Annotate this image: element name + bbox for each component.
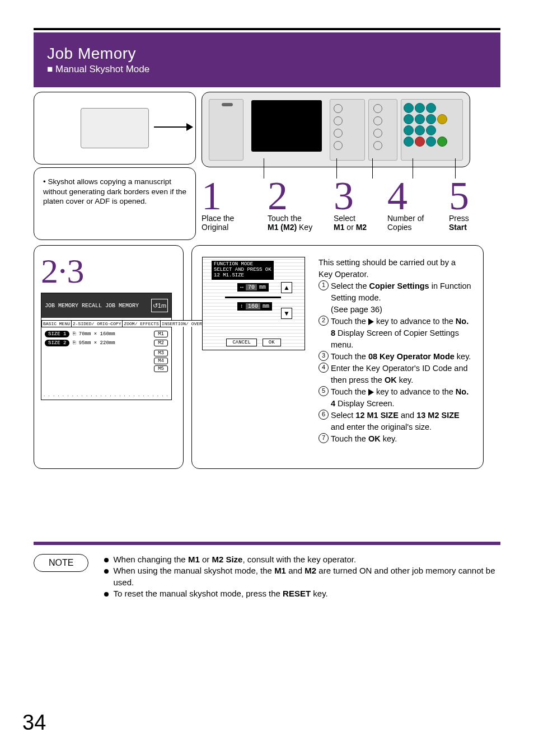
tab-2sided[interactable]: 2-SIDED/ ORIG→COPY	[71, 320, 123, 327]
size-row-1: SIZE 1 ⎘ 70mm × 160mm M1	[45, 331, 168, 337]
step-captions: Place the Original Touch the M1 (M2) Key…	[202, 214, 515, 232]
screen-header-text: JOB MEMORY RECALL JOB MEMORY	[45, 303, 139, 309]
cancel-button[interactable]: CANCEL	[226, 339, 256, 346]
size2-text: ⎘ 95mm × 220mm	[73, 340, 115, 346]
caption-2: Touch the M1 (M2) Key	[268, 214, 334, 232]
lcd-icon	[251, 100, 322, 152]
note-list: When changing the M1 or M2 Size, consult…	[104, 554, 500, 599]
page-number: 34	[22, 711, 46, 735]
setup-step-1: Select the Copier Settings in Function S…	[331, 280, 472, 316]
bullet-icon	[104, 558, 109, 562]
step-num-4: 4	[387, 176, 449, 216]
step-numbers: 1 2 3 4 5	[202, 176, 515, 216]
m1-button[interactable]: M1	[154, 331, 168, 337]
title-band: Job Memory ■ Manual Skyshot Mode	[34, 32, 500, 87]
note-item-1: When changing the M1 or M2 Size, consult…	[113, 554, 356, 565]
caption-3: Select M1 or M2	[334, 214, 387, 232]
size1-text: ⎘ 70mm × 160mm	[73, 331, 115, 337]
divider-line	[225, 297, 281, 298]
tab-zoom[interactable]: ZOOM/ EFFECTS	[122, 320, 160, 327]
note-row: NOTE When changing the M1 or M2 Size, co…	[34, 554, 500, 599]
panel-2-3: 2·3 JOB MEMORY RECALL JOB MEMORY ↺1m BAS…	[34, 245, 184, 469]
m2-button[interactable]: M2	[154, 340, 168, 346]
m4-button[interactable]: M4	[154, 358, 168, 364]
top-rule	[34, 28, 500, 30]
tab-row: BASIC MENU 2-SIDED/ ORIG→COPY ZOOM/ EFFE…	[41, 318, 171, 327]
lower-row: 2·3 JOB MEMORY RECALL JOB MEMORY ↺1m BAS…	[34, 245, 500, 469]
step-num-1: 1	[202, 176, 268, 216]
height-field: ↕ 160 mm	[237, 302, 272, 311]
title: Job Memory	[47, 45, 489, 63]
setup-step-6: Select 12 M1 SIZE and 13 M2 SIZE and ent…	[331, 410, 472, 433]
m5-button[interactable]: M5	[154, 365, 168, 372]
caption-1: Place the Original	[202, 214, 268, 232]
setup-step-3: Touch the 08 Key Operator Mode key.	[331, 351, 471, 363]
job-memory-screen: JOB MEMORY RECALL JOB MEMORY ↺1m BASIC M…	[41, 293, 172, 400]
size1-pill: SIZE 1	[45, 331, 69, 337]
tab-basic[interactable]: BASIC MENU	[41, 320, 72, 327]
function-mode-screen: FUNCTION MODE SELECT AND PRESS OK 12 M1.…	[202, 257, 305, 350]
ok-button[interactable]: OK	[263, 339, 281, 346]
width-field: ↔ 70 mm	[237, 283, 269, 292]
panel-2-3-number: 2·3	[41, 253, 176, 288]
step-num-5: 5	[449, 176, 469, 216]
subtitle: ■ Manual Skyshot Mode	[47, 64, 489, 75]
step-num-3: 3	[334, 176, 387, 216]
step-num-2: 2	[268, 176, 334, 216]
figure-area: • Skyshot allows copying a manuscript wi…	[34, 92, 500, 248]
width-up-button[interactable]: ▲	[281, 282, 292, 293]
function-mode-header: FUNCTION MODE SELECT AND PRESS OK 12 M1.…	[212, 261, 274, 280]
setup-step-5: Touch the key to advance to the No. 4 Di…	[331, 386, 472, 410]
size-row-2: SIZE 2 ⎘ 95mm × 220mm M2	[45, 340, 168, 346]
note-separator	[34, 542, 500, 545]
setup-step-4: Enter the Key Operator's ID Code and the…	[331, 363, 472, 386]
height-down-button[interactable]: ▼	[281, 308, 292, 319]
note-item-3: To reset the manual skyshot mode, press …	[113, 588, 327, 599]
skyshot-note-panel: • Skyshot allows copying a manuscript wi…	[34, 167, 196, 240]
bullet-icon	[104, 569, 109, 574]
note-label: NOTE	[34, 554, 88, 572]
document-feeder-panel	[34, 92, 196, 165]
recall-icon: ↺1m	[151, 299, 168, 312]
dot-row: · · · · · · · · · · · · · · · · · · · · …	[44, 393, 169, 398]
setup-steps: This setting should be carried out by a …	[318, 257, 472, 457]
skyshot-note: • Skyshot allows copying a manuscript wi…	[34, 168, 195, 215]
panel-setup: FUNCTION MODE SELECT AND PRESS OK 12 M1.…	[191, 245, 484, 469]
setup-step-2: Touch the key to advance to the No. 8 Di…	[331, 316, 472, 351]
arrow-key-icon	[368, 318, 374, 325]
feeder-icon	[81, 108, 149, 148]
bullet-icon	[104, 592, 109, 597]
caption-5: Press Start	[449, 214, 469, 232]
note-item-2: When using the manual skyshot mode, the …	[113, 565, 500, 588]
setup-step-7: Touch the OK key.	[331, 433, 397, 445]
arrow-key-icon	[368, 389, 374, 396]
m3-button[interactable]: M3	[154, 350, 168, 356]
control-panel-illustration	[202, 92, 470, 167]
caption-4: Number of Copies	[387, 214, 449, 232]
size2-pill: SIZE 2	[45, 340, 69, 346]
setup-intro: This setting should be carried out by a …	[318, 257, 472, 280]
